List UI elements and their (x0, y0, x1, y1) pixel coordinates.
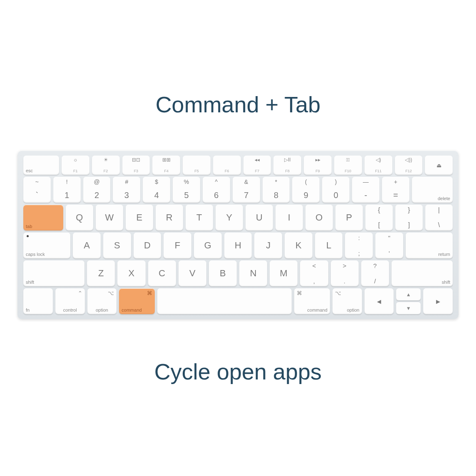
key-t[interactable]: T (186, 205, 213, 231)
key-a[interactable]: A (73, 233, 101, 258)
key-p[interactable]: P (335, 205, 363, 231)
key-j[interactable]: J (254, 233, 282, 258)
eject-icon: ⏏ (436, 162, 441, 169)
option-icon: ⌥ (108, 290, 114, 296)
key-backtick[interactable]: ~` (23, 177, 51, 203)
key-equals[interactable]: += (382, 177, 409, 203)
key-h[interactable]: H (224, 233, 252, 258)
key-c[interactable]: C (148, 260, 176, 286)
esc-label: esc (26, 168, 33, 173)
key-option-right[interactable]: ⌥option (332, 288, 362, 314)
key-f1[interactable]: ☼F1 (62, 156, 89, 175)
key-arrow-right[interactable]: ▶ (423, 288, 453, 314)
key-q[interactable]: Q (66, 205, 93, 231)
key-capslock[interactable]: caps lock (23, 233, 70, 258)
key-y[interactable]: Y (216, 205, 243, 231)
row-asdf: caps lock A S D F G H J K L :; "' return (23, 233, 453, 258)
option-icon: ⌥ (335, 290, 341, 296)
key-command-left[interactable]: ⌘command (119, 288, 154, 314)
key-fn[interactable]: fn (23, 288, 53, 314)
key-semicolon[interactable]: :; (345, 233, 373, 258)
arrow-down-icon: ▼ (406, 305, 411, 311)
key-space[interactable] (157, 288, 292, 314)
key-command-right[interactable]: ⌘command (294, 288, 330, 314)
key-f5[interactable]: F5 (183, 156, 211, 175)
key-k[interactable]: K (285, 233, 312, 258)
key-g[interactable]: G (194, 233, 222, 258)
key-v[interactable]: V (178, 260, 206, 286)
key-arrow-down[interactable]: ▼ (396, 302, 421, 314)
key-8[interactable]: *8 (263, 177, 290, 203)
key-0[interactable]: )0 (322, 177, 350, 203)
key-backslash[interactable]: |\ (425, 205, 453, 231)
key-m[interactable]: M (270, 260, 298, 286)
key-f2[interactable]: ☀F2 (92, 156, 120, 175)
key-f4[interactable]: ⊞⊞F4 (152, 156, 180, 175)
key-9[interactable]: (9 (292, 177, 320, 203)
arrow-right-icon: ▶ (436, 298, 440, 305)
key-n[interactable]: N (239, 260, 267, 286)
command-icon: ⌘ (147, 290, 152, 296)
key-e[interactable]: E (126, 205, 153, 231)
key-o[interactable]: O (305, 205, 333, 231)
key-lbracket[interactable]: {[ (365, 205, 393, 231)
key-f12[interactable]: ◁))F12 (395, 156, 423, 175)
key-1[interactable]: !1 (53, 177, 81, 203)
key-f8[interactable]: ▷IIF8 (273, 156, 301, 175)
key-3[interactable]: #3 (113, 177, 140, 203)
key-quote[interactable]: "' (375, 233, 403, 258)
key-period[interactable]: >. (331, 260, 359, 286)
key-f6[interactable]: F6 (213, 156, 241, 175)
key-s[interactable]: S (103, 233, 131, 258)
shortcut-title: Command + Tab (156, 92, 321, 117)
row-qwerty: tab Q W E R T Y U I O P {[ }] |\ (23, 205, 453, 231)
key-u[interactable]: U (245, 205, 273, 231)
row-zxcv: shift Z X C V B N M <, >. ?/ shift (23, 260, 453, 286)
key-return[interactable]: return (406, 233, 453, 258)
capslock-indicator (27, 235, 29, 237)
key-control[interactable]: ⌃control (55, 288, 85, 314)
key-arrow-up[interactable]: ▲ (396, 288, 421, 300)
key-x[interactable]: X (117, 260, 145, 286)
key-i[interactable]: I (275, 205, 303, 231)
key-f7[interactable]: ◂◂F7 (243, 156, 271, 175)
arrow-up-icon: ▲ (406, 292, 411, 298)
key-eject[interactable]: ⏏ (425, 156, 453, 175)
key-rbracket[interactable]: }] (395, 205, 423, 231)
key-shift-right[interactable]: shift (392, 260, 453, 286)
key-7[interactable]: &7 (233, 177, 260, 203)
keyboard: esc ☼F1 ☀F2 ⊟⊡F3 ⊞⊞F4 F5 F6 ◂◂F7 ▷IIF8 ▸… (17, 151, 459, 319)
key-5[interactable]: %5 (173, 177, 200, 203)
key-f11[interactable]: ◁)F11 (364, 156, 392, 175)
key-minus[interactable]: —- (352, 177, 379, 203)
row-bottom: fn ⌃control ⌥option ⌘command ⌘command ⌥o… (23, 288, 453, 314)
key-z[interactable]: Z (87, 260, 115, 286)
key-f[interactable]: F (164, 233, 191, 258)
key-esc[interactable]: esc (23, 156, 59, 175)
row-numbers: ~` !1 @2 #3 $4 %5 ^6 &7 *8 (9 )0 —- += d… (23, 177, 453, 203)
key-2[interactable]: @2 (83, 177, 111, 203)
key-f3[interactable]: ⊟⊡F3 (122, 156, 150, 175)
key-4[interactable]: $4 (143, 177, 170, 203)
key-w[interactable]: W (96, 205, 123, 231)
key-comma[interactable]: <, (300, 260, 328, 286)
key-arrow-left[interactable]: ◀ (364, 288, 394, 314)
key-delete[interactable]: delete (412, 177, 453, 203)
shortcut-description: Cycle open apps (154, 359, 322, 384)
key-6[interactable]: ^6 (203, 177, 230, 203)
key-tab[interactable]: tab (23, 205, 63, 231)
row-fn: esc ☼F1 ☀F2 ⊟⊡F3 ⊞⊞F4 F5 F6 ◂◂F7 ▷IIF8 ▸… (23, 156, 453, 175)
command-icon: ⌘ (297, 290, 302, 296)
key-slash[interactable]: ?/ (361, 260, 389, 286)
key-l[interactable]: L (315, 233, 343, 258)
arrow-left-icon: ◀ (377, 298, 381, 305)
key-option-left[interactable]: ⌥option (87, 288, 117, 314)
key-f9[interactable]: ▸▸F9 (304, 156, 332, 175)
key-f10[interactable]: ◁⃠F10 (334, 156, 362, 175)
key-d[interactable]: D (134, 233, 161, 258)
control-icon: ⌃ (78, 290, 82, 296)
key-arrow-updown: ▲ ▼ (396, 288, 421, 314)
key-shift-left[interactable]: shift (23, 260, 84, 286)
key-r[interactable]: R (156, 205, 183, 231)
key-b[interactable]: B (209, 260, 237, 286)
